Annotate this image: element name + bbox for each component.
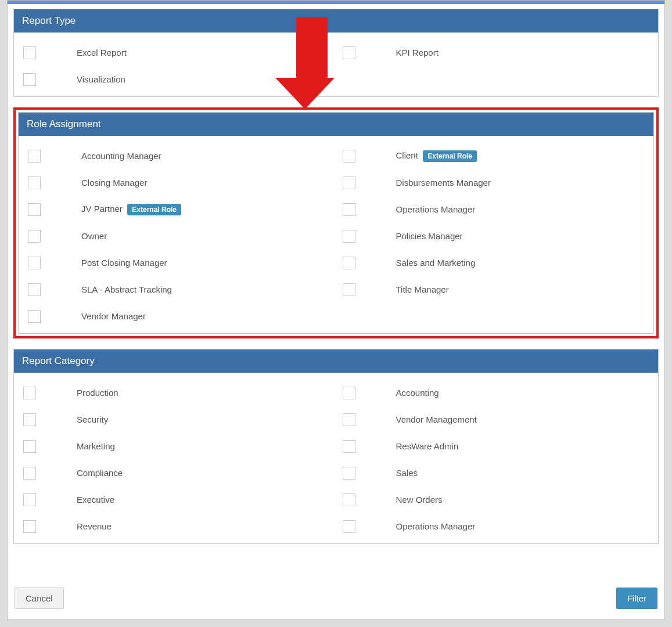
option-row-revenue: Revenue (20, 513, 333, 540)
option-label: Compliance (77, 468, 123, 478)
option-label-wrap: ResWare Admin (396, 441, 459, 452)
option-label-wrap: Title Manager (396, 284, 449, 295)
option-row-policies-manager: Policies Manager (339, 223, 648, 250)
option-label: Marketing (77, 441, 115, 451)
option-label-wrap: Marketing (77, 441, 115, 452)
checkbox-post-closing-manager[interactable] (28, 257, 41, 269)
option-row-vendor-manager: Vendor Manager (24, 303, 333, 330)
option-label-wrap: Post Closing Manager (81, 258, 167, 268)
panel-role-assignment: Role Assignment Accounting ManagerClient… (18, 112, 654, 334)
option-label-wrap: Executive (77, 495, 114, 505)
checkbox-vendor-manager[interactable] (28, 310, 41, 323)
option-label: Closing Manager (81, 178, 147, 188)
checkbox-vendor-management[interactable] (343, 413, 355, 426)
option-row-production: Production (20, 380, 333, 406)
option-row-closing-manager: Closing Manager (24, 170, 333, 196)
option-label-wrap: Policies Manager (396, 231, 463, 242)
cancel-button[interactable]: Cancel (15, 588, 64, 609)
checkbox-revenue[interactable] (23, 520, 36, 533)
option-row-executive: Executive (20, 487, 333, 513)
option-label-wrap: Disbursements Manager (396, 178, 491, 188)
option-row-owner: Owner (24, 223, 333, 250)
checkbox-jv-partner[interactable] (28, 203, 41, 216)
option-label-wrap: Operations Manager (396, 204, 476, 215)
checkbox-operations-manager[interactable] (343, 520, 355, 533)
checkbox-marketing[interactable] (23, 440, 36, 453)
option-row-operations-manager: Operations Manager (339, 196, 648, 223)
option-row-accounting: Accounting (339, 380, 653, 406)
checkbox-visualization[interactable] (23, 73, 36, 86)
option-label: Accounting (396, 388, 439, 398)
option-row-marketing: Marketing (20, 433, 333, 460)
checkbox-disbursements-manager[interactable] (343, 176, 355, 189)
checkbox-closing-manager[interactable] (28, 176, 41, 189)
option-label-wrap: Operations Manager (396, 521, 476, 532)
option-label: Policies Manager (396, 231, 463, 241)
option-row-security: Security (20, 406, 333, 433)
option-label-wrap: Sales (396, 468, 418, 478)
option-label: Executive (77, 495, 114, 505)
checkbox-sales-and-marketing[interactable] (343, 257, 355, 269)
option-label-wrap: KPI Report (396, 48, 439, 58)
checkbox-security[interactable] (23, 413, 36, 426)
option-row-compliance: Compliance (20, 460, 333, 487)
checkbox-production[interactable] (23, 387, 36, 399)
checkbox-policies-manager[interactable] (343, 230, 355, 243)
panel-header-report-type: Report Type (14, 9, 658, 33)
option-row-operations-manager: Operations Manager (339, 513, 653, 540)
option-label: KPI Report (396, 48, 439, 57)
panel-header-report-category: Report Category (14, 349, 658, 373)
option-row-vendor-management: Vendor Management (339, 406, 653, 433)
panel-header-role-assignment: Role Assignment (19, 113, 653, 136)
option-row-sales-and-marketing: Sales and Marketing (339, 250, 648, 276)
option-row-kpi-report: KPI Report (339, 39, 653, 66)
modal-body: Report Type Excel ReportKPI ReportVisual… (8, 4, 664, 579)
checkbox-sales[interactable] (343, 467, 355, 480)
panel-report-category: Report Category ProductionAccountingSecu… (13, 349, 659, 544)
checkbox-resware-admin[interactable] (343, 440, 355, 453)
option-label: Post Closing Manager (81, 258, 167, 268)
panel-report-type: Report Type Excel ReportKPI ReportVisual… (13, 9, 659, 97)
modal-footer: Cancel Filter (8, 579, 664, 619)
option-row-sla-abstract-tracking: SLA - Abstract Tracking (24, 276, 333, 303)
option-row-title-manager: Title Manager (339, 276, 648, 303)
checkbox-excel-report[interactable] (23, 46, 36, 59)
option-label-wrap: Closing Manager (81, 178, 147, 188)
option-label-wrap: Vendor Manager (81, 311, 146, 322)
option-label-wrap: Security (77, 415, 108, 425)
checkbox-owner[interactable] (28, 230, 41, 243)
option-label: SLA - Abstract Tracking (81, 284, 172, 294)
option-label: Accounting Manager (81, 151, 161, 161)
filter-button[interactable]: Filter (616, 588, 657, 609)
option-label-wrap: Excel Report (77, 48, 127, 58)
option-row-accounting-manager: Accounting Manager (24, 143, 333, 170)
option-label-wrap: Client External Role (396, 150, 477, 162)
checkbox-accounting[interactable] (343, 387, 355, 399)
option-label-wrap: Compliance (77, 468, 123, 478)
badge-external-role: External Role (127, 204, 181, 215)
option-row-jv-partner: JV Partner External Role (24, 196, 333, 223)
checkbox-executive[interactable] (23, 493, 36, 506)
checkbox-new-orders[interactable] (343, 493, 355, 506)
option-label: Excel Report (77, 48, 127, 57)
checkbox-compliance[interactable] (23, 467, 36, 480)
option-row-disbursements-manager: Disbursements Manager (339, 170, 648, 196)
option-label: Production (77, 388, 118, 398)
option-label-wrap: Accounting (396, 388, 439, 398)
option-label: Revenue (77, 521, 112, 531)
checkbox-accounting-manager[interactable] (28, 150, 41, 163)
option-label: JV Partner (81, 204, 123, 214)
checkbox-sla-abstract-tracking[interactable] (28, 283, 41, 296)
option-label: ResWare Admin (396, 441, 459, 451)
option-label: Operations Manager (396, 204, 476, 214)
option-label: Vendor Management (396, 415, 477, 424)
checkbox-operations-manager[interactable] (343, 203, 355, 216)
option-label: Vendor Manager (81, 311, 146, 321)
checkbox-client[interactable] (343, 150, 355, 163)
option-label-wrap: Accounting Manager (81, 151, 161, 161)
option-label: Client (396, 150, 418, 160)
checkbox-title-manager[interactable] (343, 283, 355, 296)
checkbox-kpi-report[interactable] (343, 46, 355, 59)
option-row-excel-report: Excel Report (20, 39, 333, 66)
option-label-wrap: Revenue (77, 521, 112, 532)
